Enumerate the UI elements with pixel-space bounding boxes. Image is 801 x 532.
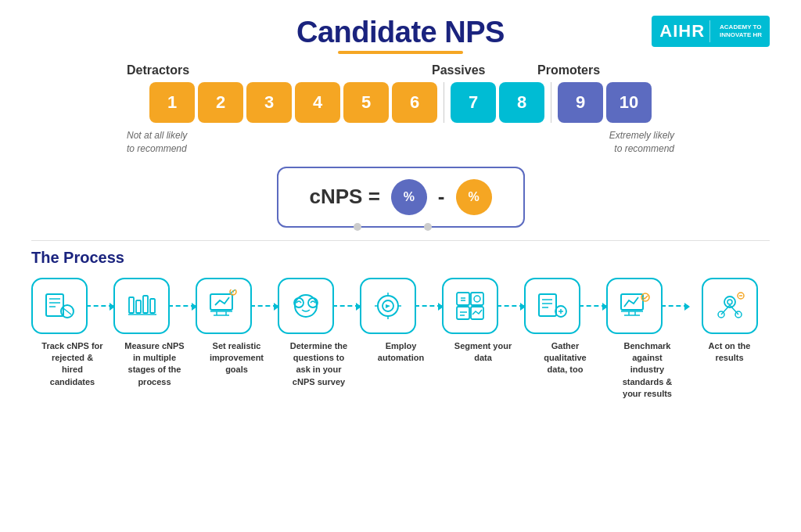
step-icon-4 — [278, 278, 334, 334]
svg-rect-29 — [457, 293, 469, 305]
nps-section: Detractors Passives Promoters 1 2 3 4 5 … — [31, 63, 770, 156]
process-step-8: Benchmark against industry standards & y… — [606, 278, 688, 401]
footnote-row: Not at all likelyto recommend Extremely … — [127, 129, 674, 156]
step-label-1: Track cNPS for rejected & hired candidat… — [41, 340, 104, 389]
svg-rect-31 — [457, 307, 469, 319]
process-step-9: Act on the results — [688, 278, 770, 365]
passives-label: Passives — [432, 63, 537, 77]
svg-line-55 — [721, 305, 730, 315]
step-icon-5 — [360, 278, 416, 334]
step-arrow-2 — [168, 305, 196, 307]
step-icon-wrapper-9 — [702, 278, 758, 334]
step-arrow-7 — [579, 305, 606, 307]
process-step-1: Track cNPS for rejected & hired candidat… — [31, 278, 113, 389]
logo-subtitle: ACADEMY TOINNOVATE HR — [720, 23, 762, 40]
step-icon-3 — [196, 278, 252, 334]
formula-minus: - — [438, 185, 445, 209]
step-icon-wrapper-8 — [606, 278, 688, 334]
process-step-6: Segment your data — [442, 278, 524, 365]
step-icon-wrapper-1 — [31, 278, 113, 334]
step-arrow-3 — [250, 305, 278, 307]
passives-scale: 7 8 — [451, 82, 544, 123]
step-label-3: Set realistic improvement goals — [206, 340, 268, 376]
scale-divider-2 — [551, 82, 551, 123]
formula-dot-right — [424, 223, 432, 231]
step-label-8: Benchmark against industry standards & y… — [616, 340, 679, 401]
step-icon-wrapper-7 — [524, 278, 606, 334]
scale-row: 1 2 3 4 5 6 7 8 9 10 — [149, 82, 652, 123]
step-icon-2 — [113, 278, 170, 334]
svg-point-52 — [727, 300, 732, 304]
title-underline — [338, 51, 463, 54]
step-icon-wrapper-2 — [113, 278, 196, 334]
process-step-2: Measure cNPS in multiple stages of the p… — [113, 278, 196, 389]
step-label-7: Gather qualitative data, too — [534, 340, 597, 376]
process-title: The Process — [31, 249, 770, 267]
step-icon-wrapper-3 — [196, 278, 278, 334]
header: Candidate NPS AIHR ACADEMY TOINNOVATE HR — [31, 16, 770, 49]
step-icon-8 — [606, 278, 663, 334]
page-title: Candidate NPS — [296, 16, 505, 49]
svg-line-56 — [730, 305, 738, 315]
step-icon-wrapper-5 — [360, 278, 442, 334]
svg-rect-6 — [129, 297, 134, 313]
promoters-circle: % — [391, 179, 427, 215]
step-label-5: Employ automation — [370, 340, 433, 365]
formula-container: cNPS = % - % — [31, 167, 770, 228]
formula-label: cNPS = — [310, 185, 380, 209]
svg-rect-38 — [539, 294, 556, 316]
svg-point-35 — [474, 296, 480, 302]
scale-num-4: 4 — [295, 82, 340, 123]
svg-rect-30 — [471, 293, 483, 305]
svg-rect-7 — [136, 300, 141, 313]
page-wrapper: Candidate NPS AIHR ACADEMY TOINNOVATE HR… — [0, 0, 801, 532]
process-section: The Process — [31, 249, 770, 401]
promoters-scale: 9 10 — [558, 82, 652, 123]
footnote-left: Not at all likelyto recommend — [127, 129, 236, 156]
step-label-9: Act on the results — [699, 340, 761, 365]
scale-num-5: 5 — [343, 82, 389, 123]
step-icon-9 — [702, 278, 758, 334]
formula-dot-left — [354, 223, 361, 231]
aihr-logo: AIHR ACADEMY TOINNOVATE HR — [652, 16, 770, 47]
process-row: Track cNPS for rejected & hired candidat… — [31, 278, 770, 401]
process-step-3: Set realistic improvement goals — [196, 278, 278, 376]
footnote-right: Extremely likelyto recommend — [609, 129, 674, 156]
process-step-4: Determine the questions to ask in your c… — [278, 278, 360, 389]
step-arrow-4 — [332, 305, 360, 307]
detractors-scale: 1 2 3 4 5 6 — [149, 82, 437, 123]
step-icon-wrapper-4 — [278, 278, 360, 334]
scale-num-9: 9 — [558, 82, 603, 123]
svg-rect-8 — [143, 296, 148, 313]
detractors-label: Detractors — [127, 63, 432, 77]
scale-num-2: 2 — [198, 82, 243, 123]
step-arrow-6 — [497, 305, 524, 307]
svg-rect-9 — [150, 299, 155, 313]
svg-line-5 — [63, 308, 71, 315]
promoters-label: Promoters — [537, 63, 600, 77]
formula-box: cNPS = % - % — [277, 167, 525, 228]
section-divider — [31, 240, 770, 241]
step-label-6: Segment your data — [452, 340, 515, 365]
logo-divider — [709, 20, 710, 42]
scale-divider-1 — [444, 82, 444, 123]
scale-num-10: 10 — [606, 82, 652, 123]
step-icon-7 — [524, 278, 580, 334]
scale-num-6: 6 — [392, 82, 437, 123]
step-icon-6 — [442, 278, 498, 334]
step-icon-wrapper-6 — [442, 278, 524, 334]
labels-row: Detractors Passives Promoters — [127, 63, 674, 77]
scale-num-1: 1 — [149, 82, 195, 123]
step-label-4: Determine the questions to ask in your c… — [288, 340, 350, 389]
process-step-5: Employ automation — [360, 278, 442, 365]
step-arrow-8 — [661, 305, 688, 307]
step-label-2: Measure cNPS in multiple stages of the p… — [124, 340, 186, 389]
step-arrow-1 — [86, 305, 113, 307]
scale-num-3: 3 — [246, 82, 292, 123]
detractors-circle: % — [456, 179, 492, 215]
scale-num-7: 7 — [451, 82, 496, 123]
process-step-7: Gather qualitative data, too — [524, 278, 606, 376]
step-icon-1 — [31, 278, 88, 334]
scale-num-8: 8 — [499, 82, 544, 123]
step-arrow-5 — [415, 305, 442, 307]
